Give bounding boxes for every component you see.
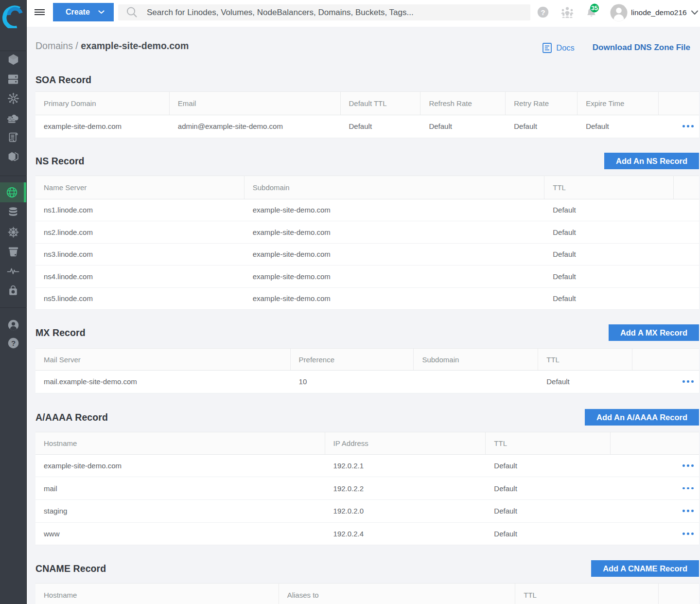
svg-text:35: 35 [591,5,598,12]
svg-text:?: ? [541,8,545,17]
svg-text:?: ? [11,339,15,347]
